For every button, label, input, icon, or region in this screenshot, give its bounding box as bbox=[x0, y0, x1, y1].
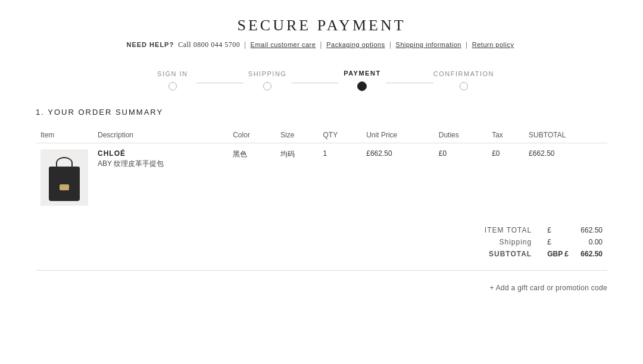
step-shipping: SHIPPING bbox=[244, 70, 291, 90]
product-unit-price-cell: £662.50 bbox=[361, 143, 434, 212]
subtotal-row: SUBTOTAL GBP £ 662.50 bbox=[481, 249, 606, 259]
item-total-row: ITEM TOTAL £ 662.50 bbox=[481, 225, 606, 236]
step-line-1 bbox=[196, 83, 244, 83]
step-confirmation-label: CONFIRMATION bbox=[433, 70, 494, 77]
return-policy-link[interactable]: Return policy bbox=[472, 41, 514, 48]
gift-card-link[interactable]: + Add a gift card or promotion code bbox=[489, 284, 607, 292]
steps-track: SIGN IN SHIPPING PAYMENT CONFIRMATION bbox=[149, 70, 494, 91]
product-subtotal-cell: £662.50 bbox=[524, 143, 607, 212]
shipping-info-link[interactable]: Shipping information bbox=[396, 41, 461, 48]
product-color-cell: 黑色 bbox=[228, 143, 276, 212]
order-summary-title: 1. YOUR ORDER SUMMARY bbox=[36, 108, 607, 117]
order-table: Item Description Color Size QTY Unit Pri… bbox=[36, 127, 607, 212]
step-line-3 bbox=[386, 83, 433, 83]
table-row: CHLOÉ ABY 纹理皮革手提包 黑色 均码 1 £662.50 £0 £0 … bbox=[36, 143, 607, 212]
product-qty-cell: 1 bbox=[319, 143, 362, 212]
step-shipping-label: SHIPPING bbox=[248, 70, 287, 77]
step-shipping-circle bbox=[263, 82, 271, 90]
shipping-currency: £ bbox=[545, 237, 572, 247]
step-sign-in: SIGN IN bbox=[149, 70, 196, 90]
phone-number: Call 0800 044 5700 bbox=[178, 40, 240, 49]
subtotal-currency: GBP £ bbox=[545, 249, 572, 259]
col-color: Color bbox=[228, 127, 276, 143]
totals-table: ITEM TOTAL £ 662.50 Shipping £ 0.00 SUBT… bbox=[480, 224, 607, 261]
product-description: ABY 纹理皮革手提包 bbox=[98, 159, 223, 169]
email-care-link[interactable]: Email customer care bbox=[251, 41, 316, 48]
col-qty: QTY bbox=[319, 127, 362, 143]
col-item: Item bbox=[36, 127, 93, 143]
step-payment-circle bbox=[357, 81, 367, 91]
page-title: SECURE PAYMENT bbox=[0, 17, 643, 34]
step-confirmation: CONFIRMATION bbox=[433, 70, 494, 90]
gift-card-section: + Add a gift card or promotion code bbox=[0, 280, 643, 296]
col-unit-price: Unit Price bbox=[361, 127, 434, 143]
product-info-cell: CHLOÉ ABY 纹理皮革手提包 bbox=[93, 143, 228, 212]
shipping-label: Shipping bbox=[481, 237, 544, 247]
totals-section: ITEM TOTAL £ 662.50 Shipping £ 0.00 SUBT… bbox=[0, 212, 643, 261]
item-total-currency: £ bbox=[545, 225, 572, 236]
item-total-amount: 662.50 bbox=[573, 225, 606, 236]
step-confirmation-circle bbox=[460, 82, 468, 90]
col-size: Size bbox=[276, 127, 318, 143]
subtotal-amount: 662.50 bbox=[573, 249, 606, 259]
section-divider bbox=[36, 270, 607, 271]
sep3: | bbox=[389, 40, 391, 49]
page-header: SECURE PAYMENT NEED HELP? Call 0800 044 … bbox=[0, 0, 643, 55]
shipping-row: Shipping £ 0.00 bbox=[481, 237, 606, 247]
product-image bbox=[40, 149, 88, 206]
sep1: | bbox=[244, 40, 246, 49]
product-brand: CHLOÉ bbox=[98, 149, 223, 158]
need-help-label: NEED HELP? bbox=[127, 41, 174, 48]
col-description: Description bbox=[93, 127, 228, 143]
bag-icon bbox=[49, 167, 80, 201]
shipping-amount: 0.00 bbox=[573, 237, 606, 247]
step-line-2 bbox=[291, 83, 339, 83]
step-payment-label: PAYMENT bbox=[344, 70, 380, 77]
product-image-cell bbox=[36, 143, 93, 212]
col-duties: Duties bbox=[434, 127, 487, 143]
step-sign-in-label: SIGN IN bbox=[157, 70, 188, 77]
progress-steps: SIGN IN SHIPPING PAYMENT CONFIRMATION bbox=[0, 55, 643, 102]
col-tax: Tax bbox=[487, 127, 524, 143]
product-size-cell: 均码 bbox=[276, 143, 318, 212]
step-sign-in-circle bbox=[168, 82, 177, 90]
product-duties-cell: £0 bbox=[434, 143, 487, 212]
subtotal-label: SUBTOTAL bbox=[481, 249, 544, 259]
sep4: | bbox=[466, 40, 467, 49]
item-total-label: ITEM TOTAL bbox=[481, 225, 544, 236]
col-subtotal: SUBTOTAL bbox=[524, 127, 607, 143]
order-summary-section: 1. YOUR ORDER SUMMARY Item Description C… bbox=[0, 102, 643, 212]
sep2: | bbox=[320, 40, 322, 49]
packaging-link[interactable]: Packaging options bbox=[326, 41, 385, 48]
help-bar: NEED HELP? Call 0800 044 5700 | Email cu… bbox=[0, 40, 643, 49]
product-tax-cell: £0 bbox=[487, 143, 524, 212]
step-payment: PAYMENT bbox=[339, 70, 386, 91]
